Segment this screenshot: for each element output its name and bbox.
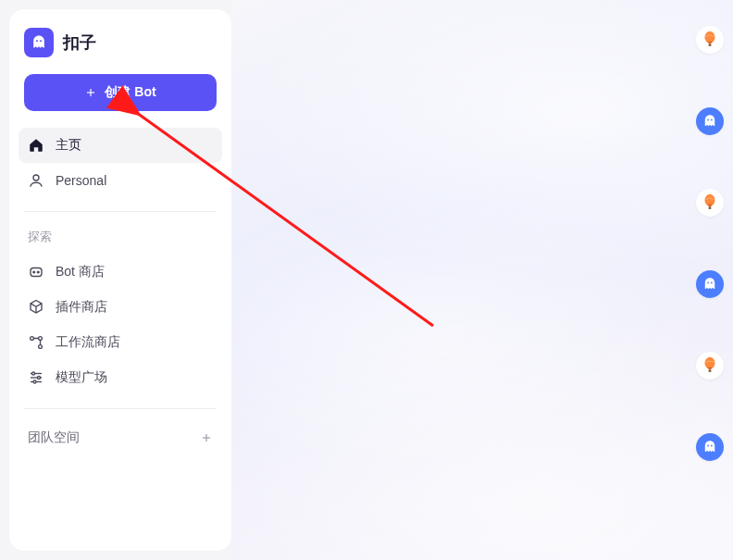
plus-icon xyxy=(84,86,97,99)
brand-logo xyxy=(24,28,54,57)
create-bot-label: 创建 Bot xyxy=(105,84,155,101)
svg-point-19 xyxy=(705,31,715,44)
svg-point-8 xyxy=(31,337,34,341)
user-icon xyxy=(28,172,44,189)
sidebar-item-label: Personal xyxy=(56,173,106,188)
svg-point-1 xyxy=(40,40,42,42)
ghost-icon xyxy=(702,113,718,130)
sidebar-item-home[interactable]: 主页 xyxy=(19,128,222,163)
svg-point-23 xyxy=(705,194,715,206)
sidebar-item-workflow-store[interactable]: 工作流商店 xyxy=(19,325,222,360)
rail-avatar-bot[interactable] xyxy=(696,107,724,135)
svg-point-29 xyxy=(707,445,709,447)
svg-rect-24 xyxy=(709,207,712,209)
svg-point-14 xyxy=(32,372,35,375)
sidebar-item-label: Bot 商店 xyxy=(56,264,105,280)
svg-point-10 xyxy=(39,345,43,349)
divider xyxy=(24,408,217,409)
svg-point-0 xyxy=(36,40,38,42)
team-space-label: 团队空间 xyxy=(28,429,80,446)
sidebar: 扣子 创建 Bot 主页 Personal 探索 xyxy=(9,9,231,551)
balloon-icon xyxy=(700,193,720,213)
team-space-row: 团队空间 xyxy=(19,422,222,454)
sidebar-item-model-plaza[interactable]: 模型广场 xyxy=(19,360,222,395)
divider xyxy=(24,211,217,212)
create-bot-button[interactable]: 创建 Bot xyxy=(24,74,217,111)
sidebar-item-label: 插件商店 xyxy=(56,299,107,316)
sidebar-item-plugin-store[interactable]: 插件商店 xyxy=(19,290,222,325)
svg-point-15 xyxy=(38,377,41,380)
rail-avatar-balloon[interactable] xyxy=(696,189,724,217)
rail-avatar-balloon[interactable] xyxy=(696,352,724,380)
svg-point-6 xyxy=(33,271,35,273)
svg-point-16 xyxy=(33,380,36,383)
ghost-icon xyxy=(702,276,718,292)
main-content xyxy=(231,0,733,560)
rail-avatar-balloon[interactable] xyxy=(696,26,724,54)
balloon-icon xyxy=(700,30,720,50)
workflow-icon xyxy=(28,334,44,351)
brand: 扣子 xyxy=(19,24,222,74)
rail-avatar-bot[interactable] xyxy=(696,433,724,461)
svg-rect-5 xyxy=(31,268,42,277)
svg-point-25 xyxy=(707,282,709,284)
brand-name: 扣子 xyxy=(63,31,96,54)
sliders-icon xyxy=(28,369,44,386)
home-icon xyxy=(28,137,44,154)
balloon-icon xyxy=(700,355,720,376)
cube-icon xyxy=(28,299,44,316)
rail-avatar-bot[interactable] xyxy=(696,270,724,298)
ghost-icon xyxy=(30,33,48,52)
svg-point-9 xyxy=(39,337,43,341)
svg-rect-28 xyxy=(709,370,712,372)
right-rail xyxy=(687,0,733,560)
add-team-space-button[interactable] xyxy=(196,428,217,448)
svg-point-30 xyxy=(711,445,713,447)
bot-icon xyxy=(28,264,44,280)
sidebar-item-label: 主页 xyxy=(56,137,81,154)
explore-section-label: 探索 xyxy=(19,225,222,255)
svg-rect-20 xyxy=(709,44,712,46)
svg-point-4 xyxy=(33,175,39,180)
sidebar-item-personal[interactable]: Personal xyxy=(19,163,222,198)
svg-point-21 xyxy=(707,119,709,121)
svg-point-7 xyxy=(37,271,39,273)
svg-point-26 xyxy=(711,282,713,284)
svg-point-22 xyxy=(711,119,713,121)
svg-point-27 xyxy=(705,357,715,369)
sidebar-item-label: 模型广场 xyxy=(56,369,107,386)
ghost-icon xyxy=(702,439,718,455)
sidebar-item-label: 工作流商店 xyxy=(56,334,120,351)
plus-icon xyxy=(200,431,213,444)
sidebar-item-bot-store[interactable]: Bot 商店 xyxy=(19,255,222,290)
